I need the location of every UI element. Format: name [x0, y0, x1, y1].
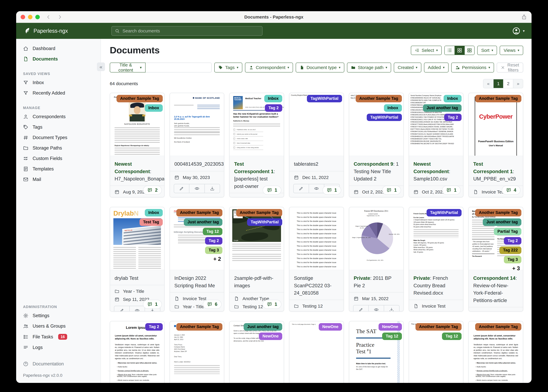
- notes-count-badge[interactable]: 1: [323, 186, 341, 195]
- view-document-button[interactable]: [309, 184, 324, 193]
- document-title[interactable]: Correspondent 14: Review-of-New-York-Fed…: [469, 270, 523, 307]
- document-correspondent[interactable]: Correspondent 14: [473, 275, 515, 281]
- tag-badge[interactable]: Just another tag: [483, 218, 521, 226]
- document-title[interactable]: Newest Correspondent: H7_Napoleon_Bonapa…: [110, 156, 164, 186]
- forward-icon[interactable]: [57, 14, 63, 20]
- sidebar-item-custom-fields[interactable]: Custom Fields: [16, 153, 101, 164]
- notes-count-badge[interactable]: 1: [442, 186, 461, 195]
- document-thumbnail[interactable]: Country,Region/State,": [289, 93, 344, 156]
- zoom-button[interactable]: [35, 15, 40, 19]
- document-thumbnail[interactable]: CyberPowerPowerPanel® Business EditionUs…: [469, 93, 523, 156]
- notes-count-badge[interactable]: 1: [263, 300, 281, 309]
- filter-created-button[interactable]: Created▾: [394, 63, 421, 72]
- document-title[interactable]: tablerates2: [289, 156, 344, 171]
- document-title[interactable]: InDesign 2022 Scripting Read Me: [170, 270, 224, 292]
- document-correspondent[interactable]: Test Correspondent 1: [473, 161, 513, 174]
- sidebar-item-recently-added[interactable]: Recently Added: [16, 88, 101, 98]
- tag-badge[interactable]: Inbox: [384, 104, 402, 112]
- download-document-button[interactable]: [205, 184, 220, 193]
- document-title[interactable]: Test Correspondent 1: UM_PPBE_en_v29: [469, 156, 523, 186]
- document-title[interactable]: Correspondent 9: 1 Testing New Title Upd…: [349, 156, 403, 186]
- sidebar-item-correspondents[interactable]: Correspondents: [16, 112, 101, 122]
- sidebar-item-inbox[interactable]: Inbox: [16, 77, 101, 88]
- document-thumbnail[interactable]: ❋ BANK OF SCOTLAND 2,0 % p. a. auf Ihr T…: [170, 93, 224, 156]
- sidebar-item-settings[interactable]: Settings: [16, 310, 101, 321]
- search-field-selector[interactable]: Title & content▾: [110, 63, 145, 72]
- tag-badge[interactable]: Tag 2: [444, 114, 462, 121]
- tag-badge[interactable]: Just another tag: [184, 218, 222, 226]
- sidebar-item-documents[interactable]: Documents: [16, 54, 101, 64]
- pagination-next[interactable]: »: [513, 79, 523, 88]
- tag-badge[interactable]: Another Sample Tag: [176, 323, 223, 331]
- view-document-button[interactable]: [189, 184, 205, 193]
- close-button[interactable]: [21, 15, 25, 19]
- tag-badge[interactable]: NewOne: [259, 333, 282, 340]
- sidebar-item-templates[interactable]: Templates: [16, 164, 101, 174]
- user-menu[interactable]: ▾: [512, 27, 525, 35]
- document-title[interactable]: 0004814539_20230531: [170, 156, 224, 171]
- tag-badge[interactable]: TagWithPartial: [307, 95, 342, 102]
- notes-count-badge[interactable]: 4: [502, 186, 520, 195]
- document-title[interactable]: drylab Test: [110, 270, 164, 285]
- filter-storage-path-button[interactable]: Storage path▾: [347, 63, 391, 72]
- document-thumbnail[interactable]: Test Name 123-456-7890 January 2, 2022Ju…: [170, 321, 224, 383]
- notes-count-badge[interactable]: 1: [143, 300, 162, 309]
- back-icon[interactable]: [46, 14, 51, 20]
- tag-badge[interactable]: Inbox: [145, 209, 163, 217]
- list-view-button[interactable]: [445, 46, 454, 55]
- sidebar-item-storage-paths[interactable]: Storage Paths: [16, 143, 101, 153]
- notes-count-badge[interactable]: 6: [203, 300, 222, 309]
- tag-badge[interactable]: Tag 2: [504, 237, 521, 245]
- tag-badge[interactable]: Partial Tag: [494, 228, 521, 235]
- tag-badge[interactable]: Another Sample Tag: [236, 209, 282, 217]
- tag-badge[interactable]: Inbox: [264, 95, 282, 102]
- share-icon[interactable]: [521, 14, 527, 20]
- document-title[interactable]: Sonstige ScanPC2022 03-24_081058: [289, 270, 344, 300]
- sidebar-item-users-groups[interactable]: Users & Groups: [16, 321, 101, 331]
- document-thumbnail[interactable]: This is a test for the double space char…: [289, 207, 344, 270]
- document-thumbnail[interactable]: Patient BP Distribution 2011 Normal, 150…: [349, 207, 403, 270]
- select-button[interactable]: Select▾: [411, 46, 442, 55]
- sidebar-item-document-types[interactable]: Document Types: [16, 132, 101, 143]
- tag-badge[interactable]: Tag 12: [442, 333, 462, 340]
- tag-badge[interactable]: Tag 2: [265, 104, 282, 112]
- tag-badge[interactable]: Tag 3: [504, 256, 521, 263]
- pagination-page-1[interactable]: 1: [493, 79, 503, 88]
- document-thumbnail[interactable]: This is a mult page document. Page 1.: [289, 321, 344, 383]
- filter-added-button[interactable]: Added▾: [424, 63, 448, 72]
- table-view-button[interactable]: [464, 46, 474, 55]
- document-title[interactable]: 2sample-pdf-with-images: [230, 270, 284, 292]
- tag-badge[interactable]: Tag 3: [205, 246, 223, 254]
- tag-badge[interactable]: NewOne: [379, 323, 402, 331]
- document-title[interactable]: Newest Correspondent: Sample100.csv: [409, 156, 463, 186]
- tag-badge[interactable]: TagWithPartial: [247, 218, 282, 226]
- view-document-button[interactable]: [130, 306, 145, 312]
- edit-document-button[interactable]: [353, 305, 369, 311]
- tag-badge[interactable]: Test Tag: [140, 218, 163, 226]
- pagination-page-2[interactable]: 2: [503, 79, 513, 88]
- search-input[interactable]: [122, 28, 259, 34]
- document-correspondent[interactable]: Newest Correspondent: [115, 161, 150, 174]
- document-title[interactable]: Private: 2011 BP Pie 2: [349, 270, 403, 292]
- view-document-button[interactable]: [369, 305, 384, 311]
- tag-badge[interactable]: Another Sample Tag: [475, 323, 521, 331]
- views-button[interactable]: Views▾: [500, 46, 523, 55]
- notes-count-badge[interactable]: 1: [382, 186, 401, 195]
- tag-badge[interactable]: Tag 2: [205, 237, 223, 245]
- tag-badge[interactable]: Tag 222: [499, 246, 521, 254]
- tag-badge[interactable]: Another Sample Tag: [475, 209, 521, 217]
- sidebar-item-mail[interactable]: Mail: [16, 174, 101, 185]
- tag-badge[interactable]: Inbox: [145, 104, 163, 112]
- tag-badge[interactable]: TagWithPartial: [367, 114, 402, 121]
- document-title[interactable]: Private: French Country Bread Revised.do…: [409, 270, 463, 300]
- tag-badge[interactable]: Just another tag: [244, 323, 282, 331]
- pagination-prev[interactable]: «: [483, 79, 493, 88]
- sort-button[interactable]: Sort▾: [477, 46, 497, 55]
- tag-badge[interactable]: Another Sample Tag: [356, 95, 402, 102]
- filter-tags-button[interactable]: Tags▾: [214, 63, 242, 72]
- document-correspondent[interactable]: Test Correspondent 1: [234, 161, 274, 174]
- tag-badge[interactable]: Another Sample Tag: [116, 95, 163, 102]
- notes-count-badge[interactable]: 2: [143, 186, 162, 195]
- tag-badge[interactable]: Inbox: [444, 95, 461, 102]
- sidebar-item-logs[interactable]: Logs: [16, 342, 101, 353]
